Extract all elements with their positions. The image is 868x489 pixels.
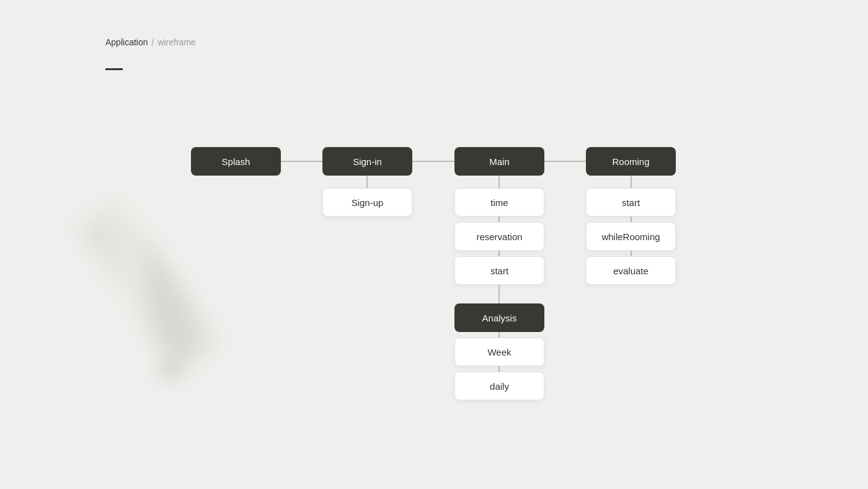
wireframe-diagram: Splash Sign-in Main Rooming Sign-up time… — [0, 87, 868, 489]
connector-lines — [0, 87, 868, 489]
node-main[interactable]: Main — [454, 147, 544, 176]
node-rooming[interactable]: Rooming — [586, 147, 676, 176]
node-signin[interactable]: Sign-in — [322, 147, 412, 176]
breadcrumb: Application / wireframe — [105, 37, 196, 47]
node-time[interactable]: time — [454, 188, 544, 217]
node-start-main[interactable]: start — [454, 256, 544, 285]
node-splash[interactable]: Splash — [191, 147, 281, 176]
node-signup[interactable]: Sign-up — [322, 188, 412, 217]
wireframe-label: wireframe — [157, 37, 195, 47]
node-week[interactable]: Week — [454, 338, 544, 366]
node-analysis[interactable]: Analysis — [454, 303, 544, 332]
node-whilerooming[interactable]: whileRooming — [586, 222, 676, 251]
app-title: Application — [105, 37, 148, 47]
breadcrumb-separator: / — [152, 37, 154, 47]
node-start-rooming[interactable]: start — [586, 188, 676, 217]
header-underline — [105, 68, 123, 70]
node-daily[interactable]: daily — [454, 372, 544, 400]
node-reservation[interactable]: reservation — [454, 222, 544, 251]
node-evaluate[interactable]: evaluate — [586, 256, 676, 285]
